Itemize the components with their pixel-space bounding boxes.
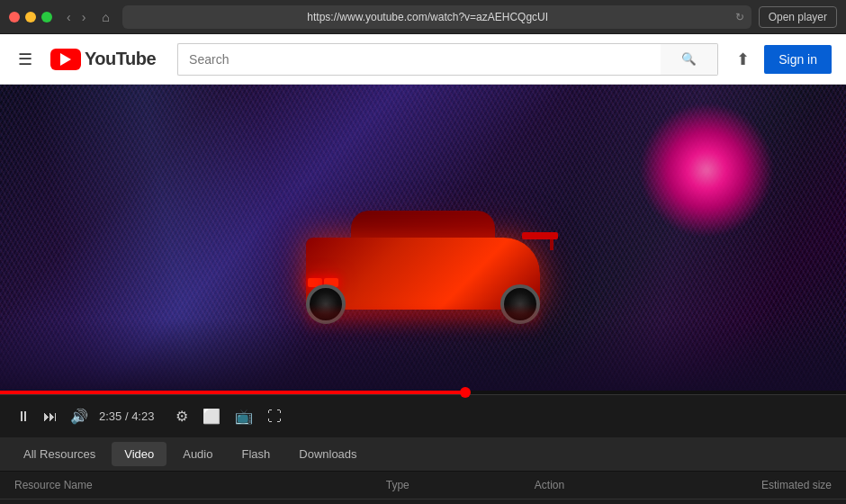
youtube-logo-icon	[50, 49, 81, 70]
youtube-header: ☰ YouTube 🔍 ⬆ Sign in	[0, 34, 846, 85]
pink-explosion	[639, 103, 774, 238]
upload-icon: ⬆	[736, 50, 750, 68]
maximize-button[interactable]	[41, 12, 52, 22]
search-icon: 🔍	[681, 52, 697, 66]
gear-icon: ⚙	[176, 409, 188, 424]
volume-button[interactable]: 🔊	[68, 406, 90, 427]
col-header-name: Resource Name	[14, 479, 386, 491]
controls-row: ⏸ ⏭ 🔊 2:35 / 4:23 ⚙ ⬜ 📺 ⛶	[14, 406, 285, 427]
play-pause-button[interactable]: ⏸	[14, 407, 32, 427]
progress-thumb	[460, 387, 471, 398]
search-button[interactable]: 🔍	[661, 43, 718, 76]
tab-audio[interactable]: Audio	[170, 442, 225, 466]
floor-lines	[0, 319, 846, 391]
video-progress-bar[interactable]	[0, 391, 846, 394]
video-thumbnail	[0, 85, 846, 391]
menu-button[interactable]: ☰	[14, 46, 36, 73]
refresh-icon: ↻	[735, 11, 744, 23]
tabs-bar: All Resources Video Audio Flash Download…	[0, 437, 846, 472]
traffic-lights	[9, 12, 52, 22]
progress-fill	[0, 391, 465, 394]
next-button[interactable]: ⏭	[41, 407, 59, 427]
close-button[interactable]	[9, 12, 20, 22]
upload-button[interactable]: ⬆	[733, 46, 753, 73]
minimize-button[interactable]	[25, 12, 36, 22]
car-silhouette	[279, 193, 567, 337]
nav-buttons: ‹ ›	[63, 8, 89, 26]
fullscreen-icon: ⛶	[267, 409, 282, 424]
cast-icon: 📺	[235, 409, 253, 424]
volume-icon: 🔊	[70, 408, 88, 425]
video-controls: ⏸ ⏭ 🔊 2:35 / 4:23 ⚙ ⬜ 📺 ⛶	[0, 394, 846, 437]
time-display: 2:35 / 4:23	[99, 410, 154, 423]
car-spoiler	[522, 232, 558, 239]
miniplayer-icon: ⬜	[202, 409, 220, 424]
youtube-logo-text: YouTube	[85, 49, 156, 69]
right-controls: ⚙ ⬜ 📺 ⛶	[172, 406, 285, 427]
settings-button[interactable]: ⚙	[172, 406, 192, 427]
search-input[interactable]	[177, 43, 661, 76]
url-bar-container: ↻	[122, 5, 752, 29]
tab-all-resources[interactable]: All Resources	[11, 442, 108, 466]
tab-downloads[interactable]: Downloads	[286, 442, 369, 466]
browser-chrome: ‹ › ⌂ ↻ Open player	[0, 0, 846, 34]
youtube-logo[interactable]: YouTube	[50, 49, 156, 70]
tab-video[interactable]: Video	[112, 442, 166, 466]
open-player-button[interactable]: Open player	[759, 6, 837, 28]
video-container[interactable]	[0, 85, 846, 391]
url-input[interactable]	[122, 5, 752, 29]
miniplayer-button[interactable]: ⬜	[199, 406, 224, 427]
next-icon: ⏭	[43, 409, 58, 425]
resource-table: Resource Name Type Action Estimated size…	[0, 472, 846, 504]
tab-flash[interactable]: Flash	[229, 442, 283, 466]
table-row: MUSE - Something Human [Official Music V…	[0, 500, 846, 504]
forward-button[interactable]: ›	[78, 8, 90, 26]
col-header-size: Estimated size	[683, 479, 832, 491]
pause-icon: ⏸	[16, 409, 31, 425]
table-header: Resource Name Type Action Estimated size	[0, 472, 846, 500]
col-header-action: Action	[535, 479, 683, 491]
search-container: 🔍	[177, 43, 718, 76]
back-button[interactable]: ‹	[63, 8, 75, 26]
col-header-type: Type	[386, 479, 535, 491]
header-actions: ⬆ Sign in	[733, 45, 832, 74]
fullscreen-button[interactable]: ⛶	[264, 407, 285, 427]
home-button[interactable]: ⌂	[96, 8, 114, 26]
sign-in-button[interactable]: Sign in	[764, 45, 832, 74]
cast-button[interactable]: 📺	[231, 406, 256, 427]
